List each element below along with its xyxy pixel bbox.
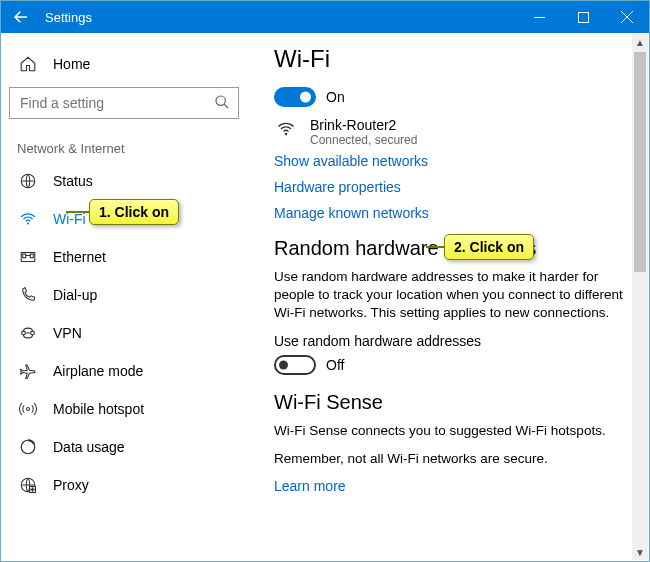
- maximize-icon: [578, 12, 589, 23]
- random-hw-toggle[interactable]: [274, 355, 316, 375]
- titlebar: Settings: [1, 1, 649, 33]
- back-button[interactable]: [1, 1, 41, 33]
- scroll-up-arrow[interactable]: ▲: [632, 34, 648, 50]
- home-icon: [17, 55, 39, 73]
- svg-rect-11: [30, 254, 33, 258]
- svg-point-19: [285, 133, 288, 136]
- hotspot-icon: [17, 400, 39, 418]
- settings-window: Settings Home: [0, 0, 650, 562]
- sidebar-item-datausage[interactable]: Data usage: [9, 428, 248, 466]
- callout-2-line: [426, 246, 444, 248]
- random-hw-toggle-label: Off: [326, 357, 344, 373]
- sidebar-item-label: Airplane mode: [53, 363, 143, 379]
- sidebar-home-label: Home: [53, 56, 90, 72]
- sidebar-item-label: Ethernet: [53, 249, 106, 265]
- svg-point-15: [27, 408, 30, 411]
- random-hw-setting-label: Use random hardware addresses: [274, 333, 631, 349]
- svg-point-5: [216, 96, 225, 105]
- sidebar-home[interactable]: Home: [9, 45, 248, 83]
- globe-icon: [17, 172, 39, 190]
- toggle-knob: [279, 360, 288, 369]
- sidebar-item-label: Wi-Fi: [53, 211, 86, 227]
- minimize-icon: [534, 12, 545, 23]
- sidebar-item-label: Data usage: [53, 439, 125, 455]
- svg-point-8: [27, 223, 29, 225]
- sidebar-item-label: VPN: [53, 325, 82, 341]
- wifi-toggle-label: On: [326, 89, 345, 105]
- link-show-networks[interactable]: Show available networks: [274, 153, 631, 169]
- callout-2: 2. Click on: [444, 234, 534, 260]
- scroll-down-arrow[interactable]: ▼: [632, 544, 648, 560]
- sidebar-item-label: Dial-up: [53, 287, 97, 303]
- random-hw-toggle-row: Off: [274, 355, 631, 375]
- window-title: Settings: [41, 10, 92, 25]
- airplane-icon: [17, 362, 39, 380]
- callout-1: 1. Click on: [89, 199, 179, 225]
- svg-line-6: [224, 104, 228, 108]
- minimize-button[interactable]: [517, 1, 561, 33]
- proxy-icon: [17, 476, 39, 494]
- sidebar-item-proxy[interactable]: Proxy: [9, 466, 248, 504]
- vpn-icon: [17, 324, 39, 342]
- page-heading: Wi-Fi: [274, 45, 631, 73]
- svg-point-13: [22, 331, 26, 335]
- sidebar-item-label: Proxy: [53, 477, 89, 493]
- random-hw-desc: Use random hardware addresses to make it…: [274, 268, 631, 323]
- svg-rect-2: [578, 12, 588, 22]
- sidebar-item-label: Mobile hotspot: [53, 401, 144, 417]
- network-name: Brink-Router2: [310, 117, 417, 133]
- wifi-toggle[interactable]: [274, 87, 316, 107]
- sidebar-item-ethernet[interactable]: Ethernet: [9, 238, 248, 276]
- arrow-left-icon: [12, 8, 30, 26]
- sidebar-item-hotspot[interactable]: Mobile hotspot: [9, 390, 248, 428]
- search-icon: [214, 94, 232, 113]
- scrollbar[interactable]: ▲ ▼: [632, 34, 648, 560]
- callout-1-line: [66, 211, 91, 213]
- search-wrap: [9, 87, 248, 119]
- wifi-sense-desc2: Remember, not all Wi-Fi networks are sec…: [274, 450, 631, 468]
- close-icon: [621, 11, 633, 23]
- link-hardware-properties[interactable]: Hardware properties: [274, 179, 631, 195]
- ethernet-icon: [17, 248, 39, 266]
- link-manage-known-networks[interactable]: Manage known networks: [274, 205, 631, 221]
- wifi-sense-heading: Wi-Fi Sense: [274, 391, 631, 414]
- search-input[interactable]: [18, 94, 214, 112]
- scroll-thumb[interactable]: [634, 52, 646, 272]
- search-box[interactable]: [9, 87, 239, 119]
- current-network[interactable]: Brink-Router2 Connected, secured: [274, 117, 631, 147]
- sidebar-item-vpn[interactable]: VPN: [9, 314, 248, 352]
- svg-rect-10: [23, 254, 26, 258]
- wifi-sense-desc1: Wi-Fi Sense connects you to suggested Wi…: [274, 422, 631, 440]
- body: Home Network & Internet Status: [1, 33, 649, 561]
- link-learn-more[interactable]: Learn more: [274, 478, 631, 494]
- close-button[interactable]: [605, 1, 649, 33]
- sidebar-item-dialup[interactable]: Dial-up: [9, 276, 248, 314]
- toggle-knob: [300, 92, 311, 103]
- svg-point-14: [31, 331, 35, 335]
- wifi-signal-icon: [274, 117, 304, 143]
- sidebar-item-status[interactable]: Status: [9, 162, 248, 200]
- wifi-icon: [17, 210, 39, 228]
- sidebar: Home Network & Internet Status: [1, 33, 256, 561]
- phone-icon: [17, 286, 39, 304]
- wifi-toggle-row: On: [274, 87, 631, 107]
- maximize-button[interactable]: [561, 1, 605, 33]
- sidebar-section-label: Network & Internet: [17, 141, 248, 156]
- sidebar-item-label: Status: [53, 173, 93, 189]
- network-status: Connected, secured: [310, 133, 417, 147]
- content-pane: Wi-Fi On Brink-Router2 Connected, secure…: [256, 33, 649, 561]
- sidebar-item-airplane[interactable]: Airplane mode: [9, 352, 248, 390]
- data-usage-icon: [17, 438, 39, 456]
